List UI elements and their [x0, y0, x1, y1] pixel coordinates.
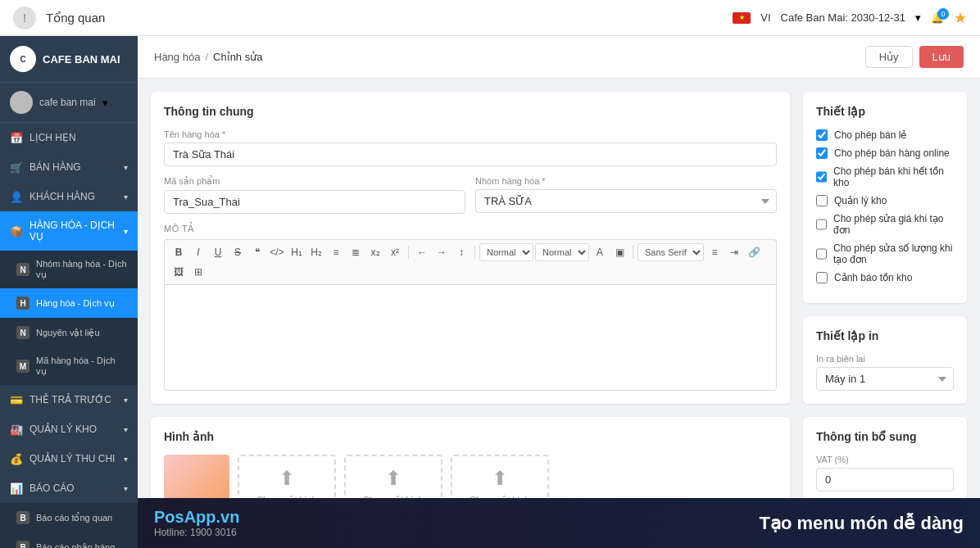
bottom-banner: PosApp.vn Hotline: 1900 3016 Tạo menu mó…: [138, 498, 980, 548]
toolbar-font-style-select[interactable]: Normal: [479, 243, 533, 261]
sidebar-item-quan-ly-kho[interactable]: 🏭 QUẢN LÝ KHO ▾: [0, 414, 138, 444]
app-name: CAFE BAN MAI: [43, 53, 120, 66]
toolbar-italic[interactable]: I: [189, 243, 207, 261]
thu-chi-arrow: ▾: [124, 455, 128, 464]
cart-icon: 🛒: [10, 161, 23, 174]
toolbar-code[interactable]: </>: [268, 243, 286, 261]
checkbox-canh-bao-ton-kho: Cảnh báo tồn kho: [816, 272, 954, 283]
editor-toolbar: B I U S ❝ </> H₁ H₂ ≡ ≣ x₂ x²: [164, 239, 777, 284]
vat-input[interactable]: [816, 468, 954, 491]
ma-sp-nhom-row: Mã sản phẩm Nhóm hàng hóa * TRÀ SỮA: [164, 176, 777, 214]
save-button[interactable]: Lưu: [919, 46, 964, 68]
toolbar-align-right[interactable]: →: [433, 243, 451, 261]
sidebar-label-quan-ly-kho: QUẢN LÝ KHO: [29, 423, 117, 435]
sidebar-item-nguyen-vat-lieu[interactable]: N Nguyên vật liệu: [0, 318, 138, 347]
sidebar-item-hang-hoa[interactable]: 📦 HÀNG HÓA - DỊCH VỤ ▾: [0, 211, 138, 251]
hotline-text: Hotline: 1900 3016: [154, 527, 239, 538]
toolbar-superscript[interactable]: x²: [386, 243, 404, 261]
toolbar-separator-2: [474, 246, 475, 259]
breadcrumb: Hàng hóa / Chỉnh sửa: [154, 51, 262, 63]
toolbar-table[interactable]: ⊞: [189, 263, 207, 281]
checkbox-canh-bao-input[interactable]: [816, 272, 828, 283]
ma-san-pham-label: Mã sản phẩm: [164, 176, 465, 187]
sidebar-label-ban-hang: BÁN HÀNG: [29, 161, 117, 173]
checkbox-quan-ly-kho-label: Quản lý kho: [834, 195, 887, 206]
topbar-title: Tổng quan: [46, 11, 723, 25]
content-left: Thông tin chung Tên hàng hóa * Mã sản ph…: [151, 92, 790, 535]
ma-san-pham-input[interactable]: [164, 190, 465, 214]
breadcrumb-actions: Hủy Lưu: [865, 46, 964, 68]
thong-tin-chung-title: Thông tin chung: [164, 105, 777, 118]
toolbar-bold[interactable]: B: [170, 243, 188, 261]
user-icon: 👤: [10, 190, 23, 203]
khach-hang-arrow: ▾: [124, 192, 128, 202]
money-icon: 💰: [10, 452, 23, 465]
toolbar-list-unordered[interactable]: ≡: [327, 243, 345, 261]
sidebar-item-lich-hen[interactable]: 📅 LỊCH HẸN: [0, 123, 138, 152]
toolbar-underline[interactable]: U: [209, 243, 227, 261]
in-ra-bien-lai-label: In ra biên lai: [816, 354, 954, 364]
vat-group: VAT (%): [816, 455, 954, 491]
store-selector[interactable]: Cafe Ban Mai: 2030-12-31: [781, 11, 905, 24]
toolbar-font-size-select[interactable]: Normal: [535, 243, 589, 261]
warehouse-icon: 🏭: [10, 423, 23, 436]
toolbar-align-justify[interactable]: ↕: [452, 243, 470, 261]
main-content: Hàng hóa / Chỉnh sửa Hủy Lưu Thông tin c…: [138, 36, 980, 548]
toolbar-strikethrough[interactable]: S: [229, 243, 247, 261]
sidebar-label-hang-hoa-dich-vu: Hàng hóa - Dịch vụ: [36, 298, 128, 309]
checkbox-ban-online-input[interactable]: [816, 147, 828, 159]
sidebar-item-the-tra-truoc[interactable]: 💳 THẺ TRẢ TRƯỚC ▾: [0, 385, 138, 414]
breadcrumb-parent[interactable]: Hàng hóa: [154, 51, 200, 63]
ten-hang-hoa-input[interactable]: [164, 143, 777, 166]
toolbar-font-color[interactable]: A: [591, 243, 609, 261]
sidebar-user[interactable]: cafe ban mai ▾: [0, 83, 138, 123]
dropdown-icon[interactable]: ▾: [915, 11, 921, 24]
checkbox-ban-online-label: Cho phép bán hàng online: [834, 147, 950, 159]
toolbar-font-family-select[interactable]: Sans Serif: [637, 243, 704, 261]
toolbar-align-center[interactable]: ≡: [706, 243, 724, 261]
toolbar-highlight[interactable]: ▣: [610, 243, 628, 261]
checkbox-het-ton-input[interactable]: [816, 171, 827, 183]
nhom-hang-hoa-select[interactable]: TRÀ SỮA: [475, 189, 777, 213]
toolbar-h2[interactable]: H₂: [307, 243, 325, 261]
favorite-star[interactable]: ★: [954, 9, 967, 27]
sidebar-item-hang-hoa-dich-vu[interactable]: H Hàng hóa - Dịch vụ: [0, 288, 138, 318]
checkbox-quan-ly-kho-input[interactable]: [816, 195, 828, 206]
upload-icon-2: ⬆: [385, 467, 402, 490]
checkbox-cho-phep-sua-gia: Cho phép sửa giá khi tạo đơn: [816, 213, 954, 236]
mota-editor-body[interactable]: [164, 284, 777, 391]
toolbar-link[interactable]: 🔗: [745, 243, 763, 261]
sidebar-item-ma-hang-hoa[interactable]: M Mã hàng hóa - Dịch vụ: [0, 347, 138, 385]
toolbar-align-left[interactable]: ←: [413, 243, 431, 261]
toolbar-h1[interactable]: H₁: [288, 243, 306, 261]
topbar-right: VI Cafe Ban Mai: 2030-12-31 ▾ 🔔 0 ★: [733, 9, 967, 27]
sidebar-item-ban-hang[interactable]: 🛒 BÁN HÀNG ▾: [0, 152, 138, 182]
sidebar-item-bao-cao[interactable]: 📊 BÁO CÁO ▾: [0, 473, 138, 503]
sidebar-item-nhom-hang-hoa[interactable]: N Nhóm hàng hóa - Dịch vụ: [0, 251, 138, 288]
content-right: Thiết lập Cho phép bán lẻ Cho phép bán h…: [803, 92, 967, 535]
sidebar-item-khach-hang[interactable]: 👤 KHÁCH HÀNG ▾: [0, 182, 138, 211]
language-selector[interactable]: VI: [760, 11, 770, 24]
sidebar-item-quan-ly-thu-chi[interactable]: 💰 QUẢN LÝ THU CHI ▾: [0, 444, 138, 473]
sidebar-item-bao-cao-tong-quan[interactable]: B Báo cáo tổng quan: [0, 503, 138, 532]
the-tra-arrow: ▾: [124, 396, 128, 405]
ten-hang-hoa-group: Tên hàng hóa *: [164, 129, 777, 166]
notification-bell[interactable]: 🔔 0: [931, 11, 944, 24]
hang-letter: H: [16, 297, 29, 310]
toolbar-quote[interactable]: ❝: [248, 243, 266, 261]
upload-icon-3: ⬆: [492, 467, 508, 490]
checkbox-ban-le-input[interactable]: [816, 129, 828, 141]
checkbox-sua-so-luong-input[interactable]: [816, 248, 827, 260]
sidebar-item-bao-cao-nhap-hang[interactable]: B Báo cáo nhập hàng: [0, 532, 138, 548]
sidebar-label-nhom-hang-hoa: Nhóm hàng hóa - Dịch vụ: [36, 259, 128, 280]
toolbar-indent[interactable]: ⇥: [725, 243, 743, 261]
checkbox-sua-gia-input[interactable]: [816, 219, 827, 230]
cancel-button[interactable]: Hủy: [865, 46, 913, 68]
checkbox-canh-bao-label: Cảnh báo tồn kho: [834, 272, 912, 283]
in-ra-bien-lai-select[interactable]: Máy in 1: [816, 367, 954, 391]
toolbar-list-ordered[interactable]: ≣: [347, 243, 365, 261]
toolbar-subscript[interactable]: x₂: [366, 243, 384, 261]
sidebar: C CAFE BAN MAI cafe ban mai ▾ 📅 LỊCH HẸN…: [0, 36, 138, 548]
toolbar-image[interactable]: 🖼: [170, 263, 188, 281]
ban-hang-arrow: ▾: [124, 163, 128, 172]
